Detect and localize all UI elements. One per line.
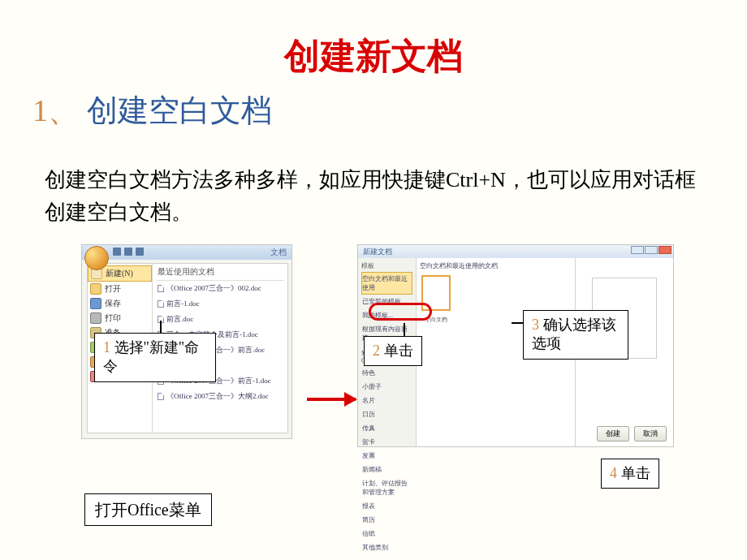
callout-leader-2 [404, 323, 405, 337]
arrow-icon [307, 398, 356, 401]
menu-item: 保存 [88, 296, 152, 311]
create-button: 创建 [597, 426, 629, 442]
quick-access-toolbar: 文档 [82, 245, 291, 260]
callout-3-text: 确认选择该选项 [532, 317, 616, 351]
menu-item: 打开 [88, 282, 152, 296]
maximize-icon [645, 246, 658, 254]
callout-2: 2 单击 [364, 336, 422, 366]
online-template-item: 计划、评估报告和管理方案 [361, 476, 412, 499]
callout-leader-1 [160, 321, 162, 334]
dialog-titlebar: 新建文档 [358, 245, 673, 258]
callout-1-text: 选择"新建"命令 [103, 339, 199, 374]
callout-5-text: 打开Office菜单 [95, 501, 201, 519]
slide-subtitle: 1、 创建空白文档 [0, 80, 747, 131]
document-icon [158, 285, 164, 292]
menu-item: 打印 [88, 311, 152, 325]
menu-item-label: 新建(N) [106, 268, 133, 279]
recent-document-label: 前言.doc [166, 314, 193, 325]
online-template-item: 发票 [361, 449, 412, 463]
online-template-item: 名片 [361, 394, 412, 407]
callout-4: 4 单击 [601, 459, 659, 489]
callout-2-text: 单击 [384, 342, 413, 359]
callout-1: 1 选择"新建"命令 [94, 333, 216, 382]
menu-item-label: 打印 [105, 312, 121, 324]
callout-3-number: 3 [532, 317, 539, 333]
ribbon-tab-label: 文档 [270, 247, 287, 258]
callout-1-number: 1 [103, 339, 110, 355]
recent-document-item: 《Office 2007三合一》大纲2.doc [156, 389, 284, 404]
callout-5: 打开Office菜单 [84, 493, 212, 526]
recent-document-item: 前言-1.doc [156, 296, 284, 312]
recent-document-label: 《Office 2007三合一》大纲2.doc [166, 391, 269, 402]
menu-item-label: 打开 [105, 283, 121, 295]
print-icon [90, 312, 101, 324]
close-icon [658, 246, 671, 254]
subtitle-text: 创建空白文档 [87, 93, 272, 127]
cancel-button: 取消 [634, 426, 667, 442]
recent-document-label: 前言-1.doc [166, 299, 200, 309]
subtitle-number: 1、 [32, 93, 79, 127]
recent-document-item: 《Office 2007三合一》002.doc [156, 281, 284, 296]
document-icon [158, 393, 164, 400]
recent-document-item: 前言.doc [156, 312, 284, 327]
template-header: 模板 [361, 261, 412, 272]
save-icon [90, 298, 101, 309]
window-buttons [630, 246, 671, 254]
recent-documents-header: 最近使用的文档 [156, 265, 284, 281]
open-icon [90, 283, 101, 295]
online-template-item: 特色 [361, 366, 412, 380]
online-template-item: 小册子 [361, 380, 412, 394]
highlight-circle [369, 303, 432, 321]
online-template-item: 日历 [361, 407, 412, 421]
slide-title: 创建新文档 [0, 0, 747, 80]
body-paragraph: 创建空白文档方法多种多样，如应用快捷键Ctrl+N，也可以应用对话框创建空白文档… [0, 131, 747, 230]
menu-item-label: 保存 [105, 298, 121, 309]
online-template-item: 其他类别 [361, 541, 412, 554]
online-template-item: 信纸 [361, 527, 412, 541]
minimize-icon [631, 246, 644, 254]
callout-4-text: 单击 [621, 465, 650, 481]
callout-3: 3 确认选择该选项 [523, 310, 628, 360]
dialog-title: 新建文档 [358, 245, 673, 257]
dialog-buttons: 创建 取消 [597, 426, 667, 442]
online-template-item: 报表 [361, 499, 412, 513]
online-template-item: 贺卡 [361, 435, 412, 449]
office-button-icon [84, 246, 109, 270]
callout-4-number: 4 [610, 465, 617, 481]
online-template-item: 简历 [361, 513, 412, 527]
qat-icons [113, 248, 144, 256]
callout-2-number: 2 [373, 342, 380, 359]
template-item-blank: 空白文档和最近使用 [361, 272, 412, 295]
online-template-item: 传真 [361, 421, 412, 435]
gallery-section-header: 空白文档和最近使用的文档 [420, 261, 572, 274]
recent-document-label: 《Office 2007三合一》002.doc [166, 283, 261, 294]
document-icon [158, 300, 164, 308]
online-template-item: 新闻稿 [361, 463, 412, 476]
